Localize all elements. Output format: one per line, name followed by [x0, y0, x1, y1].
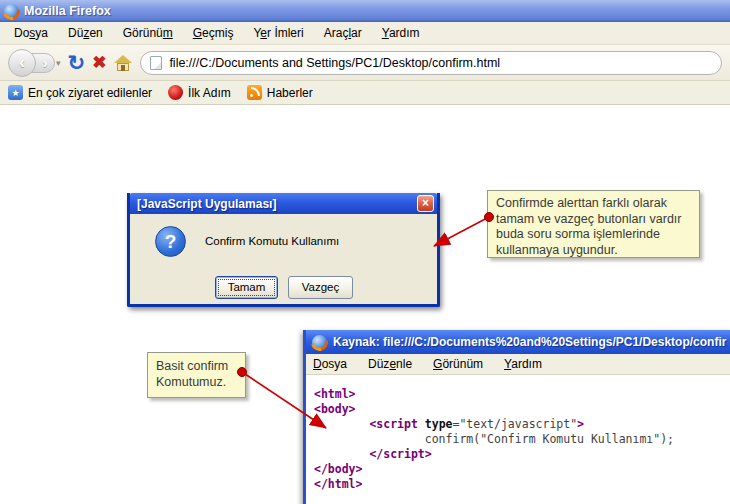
forward-icon: › [43, 55, 48, 71]
code-line: <script type="text/javascript"> [314, 417, 730, 432]
code-line: </html> [314, 477, 730, 492]
src-menu-gorunum[interactable]: Görünüm [431, 355, 494, 373]
firefox-icon [4, 4, 19, 19]
address-bar[interactable]: file:///C:/Documents and Settings/PC1/De… [140, 51, 722, 75]
dialog-title: [JavaScript Uygulaması] [137, 197, 276, 211]
code-line: <body> [314, 402, 730, 417]
reload-button[interactable]: ↻ [68, 53, 86, 73]
bookmark-haberler[interactable]: Haberler [247, 85, 313, 100]
src-menu-yardim[interactable]: Yardım [502, 355, 553, 373]
window-title: Mozilla Firefox [24, 4, 111, 18]
confirm-explanation-callout: Confirmde alerttan farklı olarak tamam v… [487, 190, 700, 258]
source-window-menubar: Dosya Düzenle Görünüm Yardım [306, 354, 730, 375]
menu-duzen[interactable]: Düzen [58, 23, 113, 43]
browser-titlebar: Mozilla Firefox [0, 0, 730, 22]
dialog-message: Confirm Komutu Kullanımı [205, 235, 339, 247]
bookmark-label: İlk Adım [188, 86, 231, 100]
getting-started-icon [168, 85, 183, 100]
back-icon: ‹ [19, 52, 25, 73]
stop-button[interactable]: ✖ [92, 52, 106, 73]
src-menu-dosya[interactable]: Dosya [311, 355, 358, 373]
code-line: confirm("Confirm Komutu Kullanımı"); [314, 432, 730, 447]
cancel-button[interactable]: Vazgeç [288, 276, 353, 299]
src-menu-duzenle[interactable]: Düzenle [366, 355, 423, 373]
chevron-down-icon: ▾ [56, 58, 61, 68]
back-button[interactable]: ‹ [8, 49, 36, 77]
code-line: </body> [314, 462, 730, 477]
dialog-body: ? Confirm Komutu Kullanımı Tamam Vazgeç [130, 214, 437, 304]
bookmark-label: Haberler [267, 86, 313, 100]
address-url: file:///C:/Documents and Settings/PC1/De… [169, 56, 500, 70]
reload-icon: ↻ [68, 51, 86, 74]
menu-yardim[interactable]: Yardım [372, 23, 430, 43]
bookmarks-toolbar: ★ En çok ziyaret edilenler İlk Adım Habe… [0, 81, 730, 105]
close-icon: × [422, 196, 429, 210]
javascript-confirm-dialog: [JavaScript Uygulaması] × ? Confirm Komu… [127, 193, 440, 307]
menu-gorunum[interactable]: Görünüm [113, 23, 183, 43]
history-dropdown-button[interactable]: ▾ [56, 58, 61, 68]
stop-icon: ✖ [92, 53, 106, 72]
firefox-icon [312, 335, 327, 350]
bookmark-most-visited[interactable]: ★ En çok ziyaret edilenler [8, 85, 152, 100]
page-favicon-icon [150, 56, 162, 70]
code-explanation-callout: Basit confirm Komutumuz. [147, 352, 246, 398]
question-mark-icon: ? [155, 226, 186, 257]
screenshot-root: Mozilla Firefox Dosya Düzen Görünüm Geçm… [0, 0, 730, 504]
bookmark-label: En çok ziyaret edilenler [28, 86, 152, 100]
menu-yer-imleri[interactable]: Yer İmleri [243, 23, 313, 43]
ok-button[interactable]: Tamam [215, 276, 278, 299]
most-visited-icon: ★ [8, 85, 23, 100]
menu-gecmis[interactable]: Geçmiş [183, 23, 244, 43]
source-window-titlebar: Kaynak: file:///C:/Documents%20and%20Set… [306, 330, 730, 354]
menu-araclar[interactable]: Araçlar [314, 23, 372, 43]
history-nav-group: ‹ › ▾ [8, 49, 61, 77]
rss-feed-icon [247, 85, 262, 100]
menu-dosya[interactable]: Dosya [4, 23, 58, 43]
view-source-window: Kaynak: file:///C:/Documents%20and%20Set… [303, 330, 730, 504]
source-code: <html><body> <script type="text/javascri… [306, 375, 730, 492]
dialog-close-button[interactable]: × [417, 195, 434, 212]
bookmark-ilk-adim[interactable]: İlk Adım [168, 85, 231, 100]
source-window-title: Kaynak: file:///C:/Documents%20and%20Set… [333, 335, 726, 349]
code-line: </script> [314, 447, 730, 462]
home-button[interactable] [113, 55, 133, 71]
dialog-titlebar: [JavaScript Uygulaması] × [130, 193, 437, 214]
code-line: <html> [314, 387, 730, 402]
home-icon [114, 55, 132, 63]
arrow-to-dialog [434, 217, 489, 246]
browser-menubar: Dosya Düzen Görünüm Geçmiş Yer İmleri Ar… [0, 22, 730, 45]
navigation-toolbar: ‹ › ▾ ↻ ✖ file:///C:/Documents and Setti… [0, 45, 730, 81]
